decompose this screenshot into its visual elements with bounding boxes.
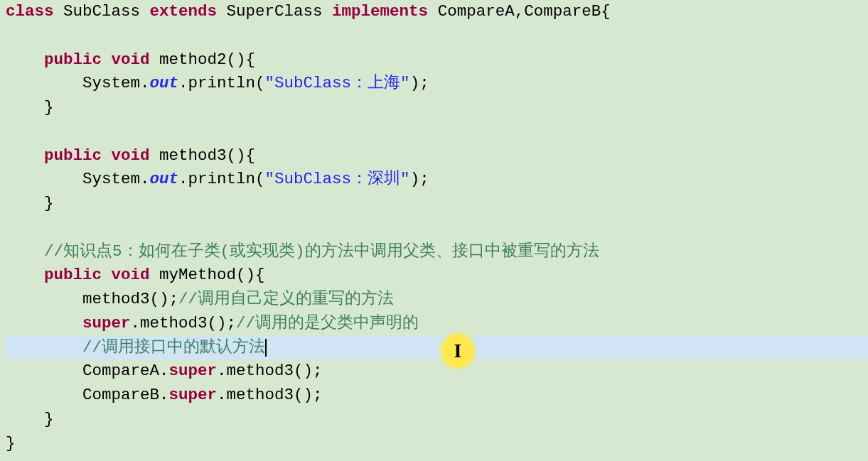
code-text: System. <box>82 170 150 188</box>
code-text: CompareA. <box>82 362 169 380</box>
code-text: CompareA,CompareB{ <box>428 2 611 21</box>
keyword-void: void <box>112 146 150 165</box>
keyword-super: super <box>169 362 218 380</box>
string-literal: "SubClass：上海" <box>265 74 410 92</box>
code-text: CompareB. <box>82 386 169 404</box>
code-line: public void method2(){ <box>6 50 255 69</box>
code-line: class SubClass extends SuperClass implem… <box>6 2 611 21</box>
keyword-public: public <box>44 50 102 69</box>
comment: //调用接口中的默认方法 <box>82 338 265 357</box>
code-line: CompareA.super.method3(); <box>6 362 323 380</box>
string-literal: "SubClass：深圳" <box>265 170 410 188</box>
code-text: .method3(); <box>217 362 323 380</box>
static-field: out <box>150 170 179 188</box>
code-text: ); <box>410 74 429 92</box>
code-line: public void myMethod(){ <box>6 266 265 284</box>
code-text: method3(); <box>82 290 178 308</box>
code-line: } <box>6 434 16 452</box>
code-text: } <box>6 434 16 452</box>
keyword-void: void <box>112 266 150 284</box>
code-text: } <box>6 194 54 212</box>
code-line: //知识点5：如何在子类(或实现类)的方法中调用父类、接口中被重写的方法 <box>6 242 599 261</box>
code-line: System.out.println("SubClass：深圳"); <box>6 170 429 188</box>
code-line: CompareB.super.method3(); <box>6 386 323 404</box>
code-line: method3();//调用自己定义的重写的方法 <box>6 290 394 308</box>
code-text: method3(){ <box>150 146 256 165</box>
comment: //调用自己定义的重写的方法 <box>178 290 394 308</box>
static-field: out <box>150 74 179 92</box>
keyword-super: super <box>82 314 131 332</box>
current-line-highlight: //调用接口中的默认方法 <box>6 336 868 360</box>
code-text: } <box>6 410 54 428</box>
code-text: ); <box>410 170 429 188</box>
code-text: myMethod(){ <box>150 266 265 284</box>
code-line: } <box>6 194 54 212</box>
code-line: System.out.println("SubClass：上海"); <box>6 74 429 92</box>
code-text: .println( <box>178 74 265 92</box>
code-text: method2(){ <box>150 50 256 69</box>
code-line: public void method3(){ <box>6 146 255 165</box>
code-text: } <box>6 98 54 116</box>
text-cursor <box>265 339 267 357</box>
code-text: .method3(); <box>131 314 237 332</box>
code-editor[interactable]: class SubClass extends SuperClass implem… <box>0 0 868 455</box>
comment: //调用的是父类中声明的 <box>236 314 419 332</box>
code-line: } <box>6 98 54 116</box>
code-text: SuperClass <box>217 2 332 21</box>
code-text: System. <box>82 74 150 92</box>
code-text: .println( <box>178 170 265 188</box>
keyword-public: public <box>44 146 102 165</box>
code-text: .method3(); <box>217 386 323 404</box>
comment: //知识点5：如何在子类(或实现类)的方法中调用父类、接口中被重写的方法 <box>44 242 599 261</box>
code-line: } <box>6 410 54 428</box>
keyword-super: super <box>169 386 218 404</box>
keyword-void: void <box>112 50 150 69</box>
keyword-extends: extends <box>150 2 218 21</box>
keyword-class: class <box>6 2 54 21</box>
keyword-implements: implements <box>332 2 428 21</box>
code-text: SubClass <box>54 2 150 21</box>
code-line: super.method3();//调用的是父类中声明的 <box>6 314 419 332</box>
keyword-public: public <box>44 266 102 284</box>
